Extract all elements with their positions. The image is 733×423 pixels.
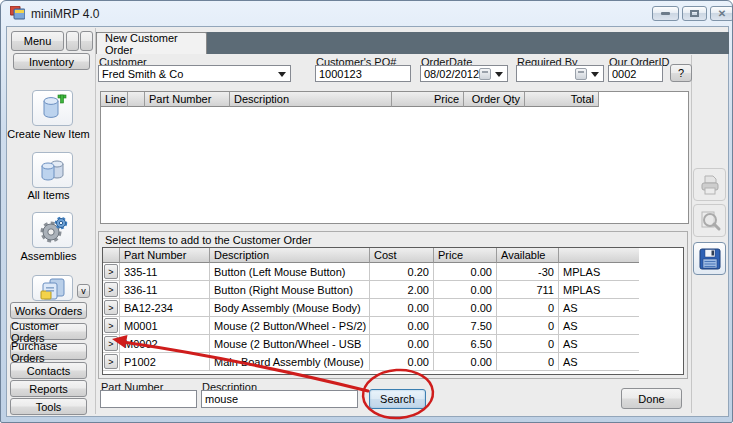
cell-type[interactable]: MPLAS [559, 263, 639, 281]
cell-description[interactable]: Body Assembly (Mouse Body) [210, 299, 370, 317]
menu-spacer-button-1[interactable] [66, 31, 79, 51]
footer-part-number-input[interactable] [100, 390, 197, 408]
tab-new-customer-order[interactable]: New Customer Order [96, 32, 207, 54]
cell-available[interactable]: 0 [497, 353, 559, 371]
footer-description-input[interactable] [201, 390, 358, 408]
cell-available[interactable]: 0 [497, 335, 559, 353]
select-items-grid[interactable]: Part Number Description Cost Price Avail… [102, 247, 684, 375]
cell-available[interactable]: 0 [497, 299, 559, 317]
all-items-button[interactable] [32, 152, 73, 188]
cell-cost[interactable]: 0.20 [370, 263, 434, 281]
cell-part-number[interactable]: M0001 [120, 317, 210, 335]
sidebar-item-reports[interactable]: Reports [10, 380, 87, 397]
select-col-add[interactable] [103, 248, 120, 263]
cell-part-number[interactable]: 335-11 [120, 263, 210, 281]
works-orders-tool-button[interactable] [32, 275, 73, 301]
add-item-button[interactable]: > [104, 264, 118, 279]
cell-type[interactable]: AS [559, 353, 639, 371]
order-col-price[interactable]: Price [392, 92, 464, 107]
table-row-m0002[interactable]: > M0002 Mouse (2 Button/Wheel - USB 0.00… [103, 335, 683, 353]
sidebar-item-inventory[interactable]: Inventory [13, 53, 90, 70]
chevron-down-icon[interactable] [495, 72, 503, 77]
cell-available[interactable]: 711 [497, 281, 559, 299]
order-col-blank[interactable] [128, 92, 145, 107]
table-row[interactable]: > 335-11 Button (Left Mouse Button) 0.20… [103, 263, 683, 281]
cell-price[interactable]: 0.00 [434, 353, 497, 371]
order-lines-grid[interactable]: Line Part Number Description Price Order… [100, 91, 689, 224]
print-preview-button[interactable] [693, 204, 726, 237]
cell-price[interactable]: 0.00 [434, 281, 497, 299]
print-button[interactable] [693, 168, 726, 201]
cell-type[interactable]: AS [559, 317, 639, 335]
cell-cost[interactable]: 0.00 [370, 335, 434, 353]
required-by-picker[interactable] [516, 65, 604, 82]
select-col-description[interactable]: Description [210, 248, 370, 263]
cell-cost[interactable]: 2.00 [370, 281, 434, 299]
add-item-button[interactable]: > [104, 300, 118, 315]
help-button[interactable]: ? [670, 64, 692, 82]
cell-part-number[interactable]: BA12-234 [120, 299, 210, 317]
our-orderid-input[interactable] [608, 65, 663, 82]
cell-cost[interactable]: 0.00 [370, 353, 434, 371]
save-button[interactable] [693, 242, 726, 275]
sidebar-expand-button[interactable]: v [77, 284, 90, 298]
select-col-available[interactable]: Available [497, 248, 559, 263]
cell-type[interactable]: AS [559, 299, 639, 317]
cell-cost[interactable]: 0.00 [370, 317, 434, 335]
create-new-item-button[interactable] [32, 90, 73, 126]
order-col-order-qty[interactable]: Order Qty [464, 92, 525, 107]
minimize-button[interactable] [652, 6, 679, 21]
table-row[interactable]: > BA12-234 Body Assembly (Mouse Body) 0.… [103, 299, 683, 317]
customer-po-input[interactable] [315, 65, 411, 82]
cell-price[interactable]: 6.50 [434, 335, 497, 353]
search-button[interactable]: Search [369, 389, 426, 409]
cell-available[interactable]: 0 [497, 317, 559, 335]
select-col-type[interactable] [559, 248, 639, 263]
cell-price[interactable]: 7.50 [434, 317, 497, 335]
chevron-down-icon[interactable] [591, 72, 599, 77]
cell-part-number[interactable]: 336-11 [120, 281, 210, 299]
order-col-line[interactable]: Line [101, 92, 128, 107]
sidebar-item-purchase-orders[interactable]: Purchase Orders [10, 343, 87, 360]
assemblies-button[interactable] [32, 212, 73, 248]
select-col-part-number[interactable]: Part Number [120, 248, 210, 263]
customer-combobox[interactable]: Fred Smith & Co [98, 65, 291, 82]
table-row[interactable]: > P1002 Main Board Assembly (Mouse) 0.00… [103, 353, 683, 371]
select-col-price[interactable]: Price [434, 248, 497, 263]
order-col-part-number[interactable]: Part Number [145, 92, 230, 107]
cell-description[interactable]: Button (Left Mouse Button) [210, 263, 370, 281]
close-button[interactable]: ✕ [710, 6, 733, 21]
cell-type[interactable]: MPLAS [559, 281, 639, 299]
cell-available[interactable]: -30 [497, 263, 559, 281]
table-row[interactable]: > 336-11 Button (Right Mouse Button) 2.0… [103, 281, 683, 299]
orderdate-picker[interactable]: 08/02/2012 [420, 65, 508, 82]
table-row[interactable]: > M0001 Mouse (2 Button/Wheel - PS/2) 0.… [103, 317, 683, 335]
cell-cost[interactable]: 0.00 [370, 299, 434, 317]
calendar-icon[interactable] [575, 68, 587, 80]
sidebar-item-contacts[interactable]: Contacts [10, 362, 87, 379]
add-item-button[interactable]: > [104, 336, 118, 351]
add-item-button[interactable]: > [104, 282, 118, 297]
menu-spacer-button-2[interactable] [80, 31, 93, 51]
cell-description[interactable]: Button (Right Mouse Button) [210, 281, 370, 299]
menu-button[interactable]: Menu [11, 31, 64, 51]
cell-price[interactable]: 0.00 [434, 299, 497, 317]
order-col-description[interactable]: Description [230, 92, 392, 107]
chevron-down-icon[interactable] [278, 72, 286, 77]
cell-type[interactable]: AS [559, 335, 639, 353]
add-item-button[interactable]: > [104, 354, 118, 369]
order-col-total[interactable]: Total [525, 92, 599, 107]
cell-part-number[interactable]: P1002 [120, 353, 210, 371]
cell-description[interactable]: Mouse (2 Button/Wheel - USB [210, 335, 370, 353]
done-button[interactable]: Done [621, 388, 682, 409]
sidebar-item-customer-orders[interactable]: Customer Orders [10, 323, 87, 340]
maximize-button[interactable] [682, 6, 707, 21]
cell-description[interactable]: Main Board Assembly (Mouse) [210, 353, 370, 371]
select-col-cost[interactable]: Cost [370, 248, 434, 263]
sidebar-item-tools[interactable]: Tools [10, 398, 87, 415]
cell-description[interactable]: Mouse (2 Button/Wheel - PS/2) [210, 317, 370, 335]
cell-price[interactable]: 0.00 [434, 263, 497, 281]
calendar-icon[interactable] [479, 68, 491, 80]
add-item-button[interactable]: > [104, 318, 118, 333]
cell-part-number[interactable]: M0002 [120, 335, 210, 353]
